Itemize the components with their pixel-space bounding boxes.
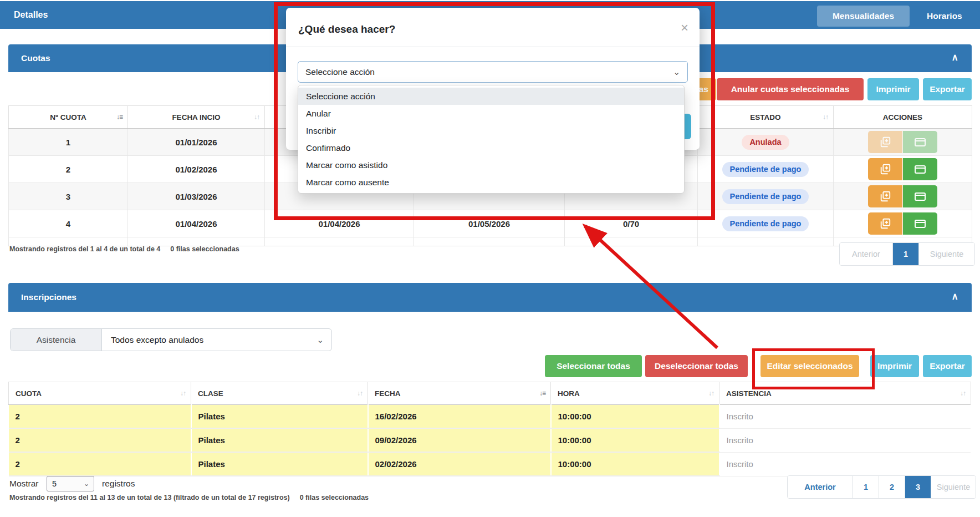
status-badge: Anulada — [742, 135, 789, 150]
inscripciones-pagination: Anterior 1 2 3 Siguiente — [787, 475, 976, 499]
credit-card-icon — [913, 135, 927, 149]
deseleccionar-todas-button[interactable]: Deseleccionar todas — [645, 355, 748, 377]
cuotas-col-estado[interactable]: ESTADO ↓↑ — [698, 106, 834, 129]
anular-cuotas-button[interactable]: Anular cuotas seleccionadas — [717, 78, 864, 100]
dropdown-option[interactable]: Seleccione acción — [298, 88, 684, 105]
pagination-page-1[interactable]: 1 — [892, 243, 918, 265]
cuotas-col-acciones: ACCIONES — [834, 106, 972, 129]
sort-active-icon[interactable]: ↓≡ — [539, 389, 545, 397]
page-size-select[interactable]: 5 ⌄ — [47, 476, 94, 491]
page-size-label: Mostrar — [9, 476, 39, 491]
inscripciones-records-info: Mostrando registros del 11 al 13 de un t… — [9, 491, 375, 504]
pagination-prev[interactable]: Anterior — [788, 476, 853, 498]
pagination-prev[interactable]: Anterior — [840, 243, 892, 265]
sort-icon[interactable]: ↓↑ — [254, 113, 259, 121]
sort-icon[interactable]: ↓↑ — [708, 389, 714, 397]
pagination-page-2[interactable]: 2 — [879, 476, 905, 498]
copy-plus-icon — [879, 217, 891, 230]
page-title: Detalles — [14, 1, 48, 29]
sort-icon[interactable]: ↓↑ — [357, 389, 363, 397]
selected-rows-info: 0 filas seleccionadas — [170, 245, 239, 253]
status-badge: Pendiente de pago — [722, 162, 809, 177]
copy-plus-icon-button[interactable] — [868, 185, 902, 207]
page-size-suffix-label: registros — [102, 476, 135, 491]
credit-card-icon-button[interactable] — [903, 158, 937, 180]
inscripciones-table-header-row: CUOTA ↓↑ CLASE ↓↑ FECHA ↓≡ HORA ↓↑ ASIST… — [9, 382, 971, 405]
asistencia-filter-group: Asistencia Todos excepto anulados ⌄ — [10, 328, 332, 351]
chevron-down-icon: ⌄ — [673, 62, 680, 82]
table-row[interactable]: 4 01/04/2026 01/04/2026 01/05/2026 0/70 … — [9, 210, 972, 237]
sort-icon[interactable]: ↓↑ — [180, 389, 186, 397]
insc-col-fecha[interactable]: FECHA ↓≡ — [368, 382, 551, 405]
seleccionar-todas-button[interactable]: Seleccionar todas — [545, 355, 642, 377]
inscripciones-panel-header[interactable]: Inscripciones ∧ — [8, 283, 972, 312]
action-select-dropdown: Seleccione acción Anular Inscribir Confi… — [298, 85, 685, 194]
cuotas-exportar-button[interactable]: Exportar — [923, 78, 972, 100]
dropdown-option[interactable]: Anular — [298, 105, 684, 122]
chevron-down-icon: ⌄ — [317, 329, 324, 351]
sort-active-icon[interactable]: ↓≡ — [116, 113, 122, 121]
nav-item-mensualidades[interactable]: Mensualidades — [817, 6, 910, 27]
credit-card-icon — [913, 163, 927, 176]
pagination-page-1[interactable]: 1 — [853, 476, 879, 498]
cuotas-panel-title: Cuotas — [21, 53, 50, 63]
dropdown-option[interactable]: Marcar como ausente — [298, 174, 684, 191]
page: Detalles Mensualidades Horarios Cuotas ∧… — [0, 0, 980, 517]
insc-col-asistencia[interactable]: ASISTENCIA ↓↑ — [719, 382, 971, 405]
dropdown-option[interactable]: Confirmado — [298, 139, 684, 156]
copy-plus-icon — [879, 163, 891, 175]
pagination-page-3[interactable]: 3 — [905, 476, 931, 498]
pagination-next[interactable]: Siguiente — [918, 243, 974, 265]
asistencia-filter-label: Asistencia — [11, 329, 102, 351]
inscripciones-panel-title: Inscripciones — [21, 292, 76, 302]
table-row[interactable]: 2 Pilates 02/02/2026 10:00:00 Inscrito — [9, 452, 971, 476]
action-select[interactable]: Seleccione acción ⌄ — [298, 61, 688, 83]
cuotas-col-num[interactable]: Nº CUOTA ↓≡ — [9, 106, 128, 129]
chevron-up-icon[interactable]: ∧ — [952, 44, 958, 71]
inscripciones-exportar-button[interactable]: Exportar — [923, 355, 972, 377]
asistencia-filter-select[interactable]: Todos excepto anulados ⌄ — [102, 329, 331, 351]
credit-card-icon — [913, 190, 927, 203]
credit-card-icon-button[interactable] — [903, 212, 937, 235]
cuotas-col-fecha-inicio[interactable]: FECHA INCIO ↓↑ — [128, 106, 265, 129]
copy-plus-icon-button[interactable] — [868, 131, 902, 153]
nav-item-horarios[interactable]: Horarios — [920, 6, 969, 27]
chevron-up-icon[interactable]: ∧ — [952, 283, 958, 311]
insc-col-cuota[interactable]: CUOTA ↓↑ — [9, 382, 191, 405]
cuotas-pagination: Anterior 1 Siguiente — [839, 242, 975, 266]
cuotas-records-info: Mostrando registros del 1 al 4 de un tot… — [9, 245, 239, 253]
copy-plus-icon-button[interactable] — [868, 158, 902, 180]
table-row[interactable]: 2 Pilates 16/02/2026 10:00:00 Inscrito — [9, 405, 971, 429]
inscripciones-imprimir-button[interactable]: Imprimir — [870, 355, 919, 377]
editar-seleccionados-button[interactable]: Editar seleccionados — [760, 355, 859, 377]
table-row[interactable]: 2 Pilates 09/02/2026 10:00:00 Inscrito — [9, 428, 971, 452]
pagination-next[interactable]: Siguiente — [931, 476, 976, 498]
selected-rows-info: 0 filas seleccionadas — [300, 494, 369, 501]
dropdown-option[interactable]: Marcar como asistido — [298, 156, 684, 174]
insc-col-clase[interactable]: CLASE ↓↑ — [191, 382, 368, 405]
insc-col-hora[interactable]: HORA ↓↑ — [551, 382, 719, 405]
credit-card-icon — [913, 217, 927, 230]
chevron-down-icon: ⌄ — [84, 477, 89, 491]
sort-icon[interactable]: ↓↑ — [960, 389, 966, 397]
inscripciones-table: CUOTA ↓↑ CLASE ↓↑ FECHA ↓≡ HORA ↓↑ ASIST… — [8, 382, 972, 477]
status-badge: Pendiente de pago — [722, 189, 809, 204]
close-icon[interactable]: × — [681, 21, 688, 34]
credit-card-icon-button[interactable] — [903, 185, 937, 207]
copy-plus-icon — [879, 190, 891, 202]
modal-divider — [286, 47, 700, 47]
credit-card-icon-button[interactable] — [903, 131, 937, 153]
modal-title: ¿Qué desea hacer? — [298, 23, 395, 36]
copy-plus-icon-button[interactable] — [868, 212, 902, 235]
sort-icon[interactable]: ↓↑ — [823, 113, 828, 121]
cuotas-imprimir-button[interactable]: Imprimir — [867, 78, 919, 100]
copy-plus-icon — [879, 136, 891, 148]
status-badge: Pendiente de pago — [722, 216, 809, 231]
dropdown-option[interactable]: Inscribir — [298, 122, 684, 139]
